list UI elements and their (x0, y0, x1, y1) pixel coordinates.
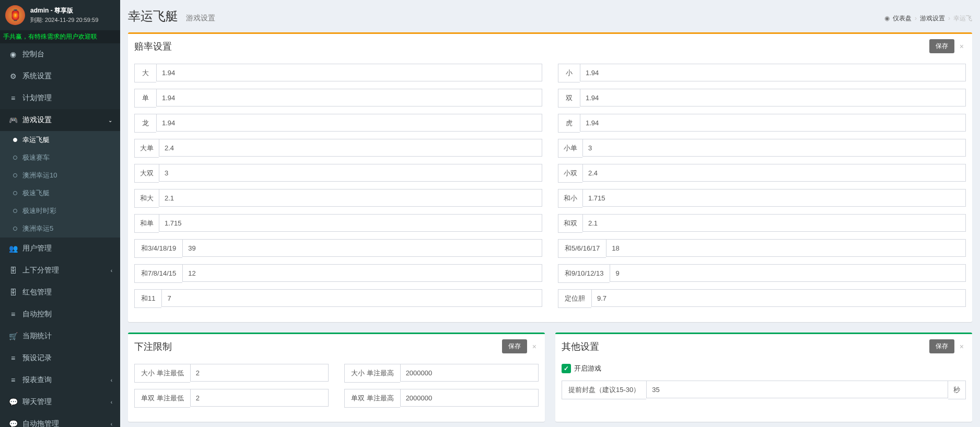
crumb-game[interactable]: 游戏设置 (920, 14, 945, 23)
circle-icon (13, 173, 17, 177)
odds-input[interactable] (161, 289, 542, 307)
list-icon: ≡ (8, 94, 18, 102)
open-game-checkbox[interactable]: ✓ 开启游戏 (562, 364, 601, 373)
bet-input[interactable] (400, 389, 539, 407)
odds-input[interactable] (182, 239, 542, 257)
nav-game-jssc[interactable]: 极速赛车 (0, 149, 120, 167)
advance-label: 提前封盘（建议15-30） (562, 381, 646, 399)
odds-label: 和7/8/14/15 (134, 264, 182, 283)
odds-input[interactable] (606, 239, 966, 257)
odds-input[interactable] (156, 89, 542, 106)
betlimit-box: 下注限制 保存 × 大小 单注最低大小 单注最高单双 单注最低单双 单注最高 (128, 333, 545, 422)
nav-console[interactable]: ◉控制台 (0, 43, 120, 65)
db-icon: 🗄 (8, 266, 18, 275)
odds-label: 和大 (134, 189, 159, 208)
odds-input[interactable] (580, 64, 966, 81)
odds-input[interactable] (182, 264, 542, 282)
odds-label: 小 (558, 64, 580, 82)
other-save-button[interactable]: 保存 (929, 339, 954, 353)
odds-input[interactable] (582, 164, 966, 182)
close-icon[interactable]: × (958, 342, 966, 351)
odds-title: 赔率设置 (134, 40, 172, 53)
odds-input[interactable] (156, 114, 542, 132)
nav-game-jsft[interactable]: 极速飞艇 (0, 184, 120, 202)
user-name: admin - 尊享版 (30, 6, 98, 15)
odds-label: 大单 (134, 139, 159, 158)
content-wrapper: 幸运飞艇 游戏设置 ◉ 仪表盘 › 游戏设置 › 幸运飞 赔率设置 保存 × (120, 0, 980, 427)
bet-label: 大小 单注最高 (344, 364, 400, 383)
odds-label: 大双 (134, 164, 159, 183)
odds-input[interactable] (159, 214, 542, 232)
nav-redpack[interactable]: 🗄红包管理 (0, 281, 120, 303)
odds-label: 和5/6/16/17 (558, 239, 606, 258)
nav-period[interactable]: 🛒当期统计 (0, 325, 120, 347)
user-panel: 🏮 admin - 尊享版 到期: 2024-11-29 20:59:59 (0, 0, 120, 30)
gamepad-icon: 🎮 (8, 116, 18, 124)
users-icon: 👥 (8, 244, 18, 253)
odds-input[interactable] (591, 289, 966, 307)
nav-game-azxy5[interactable]: 澳洲幸运5 (0, 220, 120, 238)
game-submenu: 幸运飞艇 极速赛车 澳洲幸运10 极速飞艇 极速时时彩 澳洲幸运5 (0, 131, 120, 238)
close-icon[interactable]: × (958, 42, 966, 51)
nav-preset[interactable]: ≡预设记录 (0, 347, 120, 369)
nav-game[interactable]: 🎮游戏设置⌄ (0, 109, 120, 131)
odds-input[interactable] (159, 189, 542, 207)
odds-label: 双 (558, 89, 580, 108)
odds-box: 赔率设置 保存 × 大小单双龙虎大单小单大双小双和大和小和单和双和3/4/18/… (128, 32, 972, 322)
crumb-current: 幸运飞 (953, 14, 972, 23)
nav-game-jsssc[interactable]: 极速时时彩 (0, 202, 120, 220)
betlimit-title: 下注限制 (134, 340, 172, 353)
close-icon[interactable]: × (530, 342, 539, 351)
list-icon: ≡ (8, 376, 18, 384)
nav-menu: ◉控制台 ⚙系统设置 ≡计划管理 🎮游戏设置⌄ 幸运飞艇 极速赛车 澳洲幸运10… (0, 43, 120, 427)
cart-icon: 🛒 (8, 332, 18, 340)
circle-icon (13, 156, 17, 160)
advance-input[interactable] (646, 381, 948, 398)
betlimit-save-button[interactable]: 保存 (502, 339, 527, 353)
bet-input[interactable] (400, 364, 539, 382)
odds-save-button[interactable]: 保存 (929, 39, 954, 53)
user-expire: 到期: 2024-11-29 20:59:59 (30, 16, 98, 24)
nav-auto[interactable]: ≡自动控制 (0, 303, 120, 325)
odds-input[interactable] (582, 214, 966, 232)
avatar: 🏮 (5, 5, 25, 25)
chevron-left-icon: ‹ (111, 377, 112, 383)
odds-label: 和9/10/12/13 (558, 264, 610, 283)
chevron-left-icon: ‹ (111, 268, 112, 274)
advance-unit: 秒 (948, 381, 966, 399)
nav-game-xyft[interactable]: 幸运飞艇 (0, 131, 120, 149)
odds-input[interactable] (159, 139, 542, 157)
bet-input[interactable] (190, 364, 329, 382)
nav-updown[interactable]: 🗄上下分管理‹ (0, 259, 120, 281)
chat-icon: 💬 (8, 398, 18, 406)
odds-label: 和3/4/18/19 (134, 239, 182, 258)
circle-icon (13, 209, 17, 213)
bet-label: 单双 单注最低 (134, 389, 190, 408)
nav-drag[interactable]: 💬自动拖管理‹ (0, 413, 120, 427)
nav-chat[interactable]: 💬聊天管理‹ (0, 391, 120, 413)
odds-input[interactable] (582, 139, 966, 157)
odds-input[interactable] (580, 114, 966, 132)
crumb-dashboard[interactable]: 仪表盘 (893, 14, 912, 23)
odds-label: 和11 (134, 289, 161, 308)
odds-input[interactable] (610, 264, 966, 282)
nav-plan[interactable]: ≡计划管理 (0, 87, 120, 109)
list-icon: ≡ (8, 354, 18, 362)
nav-report[interactable]: ≡报表查询‹ (0, 369, 120, 391)
marquee-text: 手共赢，有特殊需求的用户欢迎联 (0, 30, 120, 43)
sep-icon: › (948, 15, 950, 22)
odds-label: 和单 (134, 214, 159, 233)
odds-input[interactable] (159, 164, 542, 182)
nav-user[interactable]: 👥用户管理 (0, 238, 120, 259)
odds-input[interactable] (156, 64, 542, 81)
nav-game-azxy10[interactable]: 澳洲幸运10 (0, 167, 120, 184)
odds-label: 龙 (134, 114, 156, 133)
db-icon: 🗄 (8, 288, 18, 296)
sep-icon: › (915, 15, 917, 22)
odds-input[interactable] (580, 89, 966, 106)
odds-label: 小双 (558, 164, 582, 183)
odds-input[interactable] (582, 189, 966, 207)
nav-system[interactable]: ⚙系统设置 (0, 65, 120, 87)
chevron-left-icon: ‹ (111, 399, 112, 405)
bet-input[interactable] (190, 389, 329, 407)
